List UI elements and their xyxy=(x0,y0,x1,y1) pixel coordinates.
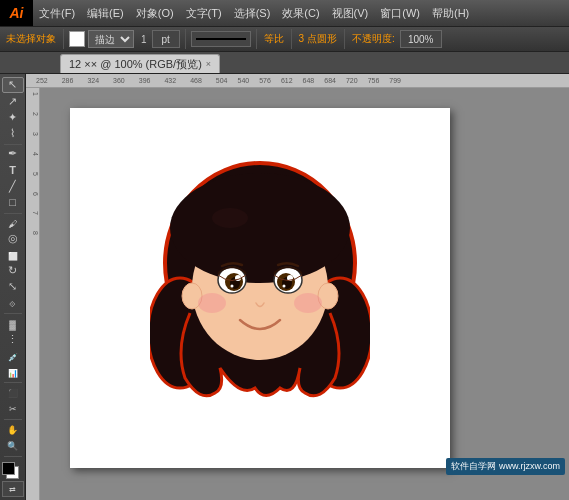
menu-items: 文件(F) 编辑(E) 对象(O) 文字(T) 选择(S) 效果(C) 视图(V… xyxy=(33,0,569,26)
direct-icon xyxy=(8,95,17,108)
tool-zoom[interactable] xyxy=(2,438,24,453)
rect-icon xyxy=(9,196,16,208)
arrow-icon xyxy=(8,78,17,91)
main-area: ⇄ 252 286 324 360 396 432 468 504 540 57… xyxy=(0,74,569,500)
svg-point-15 xyxy=(231,285,234,288)
ruler-vertical: 1 2 3 4 5 6 7 8 xyxy=(26,88,40,500)
toolbar: 未选择对象 描边 1 等比 3 点圆形 不透明度: 100% xyxy=(0,26,569,52)
tool-slice[interactable] xyxy=(2,401,24,416)
character-illustration xyxy=(150,148,370,408)
ruler-mark: 612 xyxy=(281,77,293,84)
menu-select[interactable]: 选择(S) xyxy=(228,0,277,26)
ruler-v-mark: 8 xyxy=(32,231,39,235)
tool-graph[interactable] xyxy=(2,364,24,379)
toolbox: ⇄ xyxy=(0,74,26,500)
tool-magic-wand[interactable] xyxy=(2,110,24,125)
tool-artboard[interactable] xyxy=(2,385,24,400)
tool-pen[interactable] xyxy=(2,146,24,161)
ruler-horizontal: 252 286 324 360 396 432 468 504 540 576 … xyxy=(26,74,569,88)
menubar: Ai 文件(F) 编辑(E) 对象(O) 文字(T) 选择(S) 效果(C) 视… xyxy=(0,0,569,26)
watermark-text: 软件自学网 xyxy=(451,461,496,471)
menu-file[interactable]: 文件(F) xyxy=(33,0,81,26)
tool-lasso[interactable] xyxy=(2,126,24,141)
toolbar-sep-1 xyxy=(63,29,64,49)
document-tab[interactable]: 12 ×× @ 100% (RGB/预览) × xyxy=(60,54,220,73)
toolbar-sep-3 xyxy=(256,29,257,49)
ruler-v-mark: 6 xyxy=(32,192,39,196)
tool-blob[interactable] xyxy=(2,231,24,246)
stroke-value-input[interactable] xyxy=(152,30,180,48)
selection-label: 未选择对象 xyxy=(4,29,58,49)
stroke-line-inner xyxy=(196,38,246,40)
ruler-mark: 286 xyxy=(62,77,74,84)
ruler-v-mark: 5 xyxy=(32,172,39,176)
gradient-icon xyxy=(9,318,16,330)
app-logo: Ai xyxy=(0,0,33,26)
tool-selection[interactable] xyxy=(2,77,24,93)
tool-sep-2 xyxy=(4,213,22,214)
magic-icon xyxy=(8,111,17,124)
artboard-canvas[interactable]: 软件自学网 www.rjzxw.com xyxy=(40,88,569,500)
toolbar-sep-4 xyxy=(291,29,292,49)
svg-point-16 xyxy=(283,285,286,288)
stroke-type-select[interactable]: 描边 xyxy=(88,30,134,48)
menu-effect[interactable]: 效果(C) xyxy=(276,0,325,26)
menu-text[interactable]: 文字(T) xyxy=(180,0,228,26)
ruler-mark: 396 xyxy=(139,77,151,84)
stroke-swatch[interactable] xyxy=(2,462,15,475)
svg-point-18 xyxy=(294,293,322,313)
hand-icon xyxy=(7,423,18,435)
shape-label: 3 点圆形 xyxy=(297,32,339,46)
lasso-icon xyxy=(10,127,15,140)
opacity-value[interactable]: 100% xyxy=(400,30,442,48)
mesh-icon xyxy=(7,333,18,346)
menu-window[interactable]: 窗口(W) xyxy=(374,0,426,26)
tool-rect[interactable] xyxy=(2,195,24,210)
tabbar: 12 ×× @ 100% (RGB/预览) × xyxy=(0,52,569,74)
svg-point-19 xyxy=(212,208,248,228)
ruler-mark: 504 xyxy=(216,77,228,84)
ruler-marks: 252 286 324 360 396 432 468 504 540 576 … xyxy=(26,77,401,84)
menu-view[interactable]: 视图(V) xyxy=(326,0,375,26)
text-icon xyxy=(9,164,16,176)
watermark-url: www.rjzxw.com xyxy=(499,461,560,471)
tool-text[interactable] xyxy=(2,162,24,177)
ruler-mark: 576 xyxy=(259,77,271,84)
menu-help[interactable]: 帮助(H) xyxy=(426,0,475,26)
menu-edit[interactable]: 编辑(E) xyxy=(81,0,130,26)
canvas-container: 252 286 324 360 396 432 468 504 540 576 … xyxy=(26,74,569,500)
tool-line[interactable] xyxy=(2,179,24,194)
watermark: 软件自学网 www.rjzxw.com xyxy=(446,458,565,475)
tool-direct-selection[interactable] xyxy=(2,94,24,109)
tab-close-button[interactable]: × xyxy=(206,59,211,69)
swap-colors-button[interactable]: ⇄ xyxy=(2,481,24,497)
tool-brush[interactable] xyxy=(2,215,24,230)
svg-point-17 xyxy=(198,293,226,313)
rotate-icon xyxy=(8,264,17,277)
pen-icon xyxy=(8,147,17,160)
tab-label: 12 ×× @ 100% (RGB/预览) xyxy=(69,57,202,72)
toolbar-sep-5 xyxy=(344,29,345,49)
menu-object[interactable]: 对象(O) xyxy=(130,0,180,26)
tool-warp[interactable] xyxy=(2,295,24,310)
ruler-mark: 756 xyxy=(368,77,380,84)
tool-eyedropper[interactable] xyxy=(2,348,24,363)
tool-sep-6 xyxy=(4,456,22,457)
white-artboard xyxy=(70,108,450,468)
tool-gradient[interactable] xyxy=(2,316,24,331)
ruler-v-mark: 4 xyxy=(32,152,39,156)
stroke-line-display xyxy=(191,31,251,47)
ruler-mark: 468 xyxy=(190,77,202,84)
tool-eraser[interactable] xyxy=(2,247,24,262)
line-icon xyxy=(9,180,16,193)
canvas-body: 1 2 3 4 5 6 7 8 xyxy=(26,88,569,500)
tool-mesh[interactable] xyxy=(2,332,24,347)
tool-scale[interactable] xyxy=(2,279,24,294)
tool-hand[interactable] xyxy=(2,422,24,437)
zoom-icon xyxy=(7,439,18,451)
stroke-color-box[interactable] xyxy=(69,31,85,47)
tool-rotate[interactable] xyxy=(2,263,24,278)
ruler-mark: 324 xyxy=(87,77,99,84)
stroke-label: 1 xyxy=(139,29,149,49)
ruler-mark: 799 xyxy=(389,77,401,84)
